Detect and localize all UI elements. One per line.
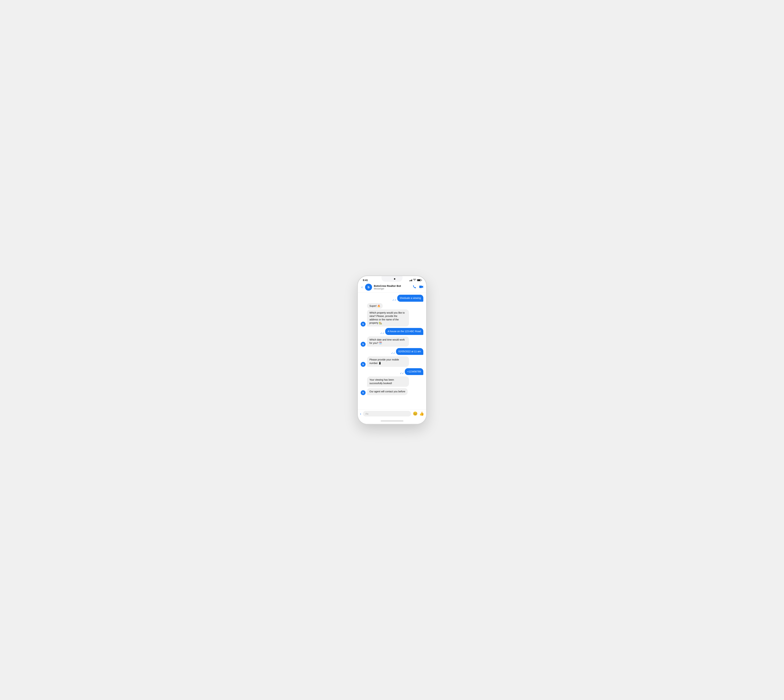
user-bubble: A house on the 123 ABC Road — [385, 328, 423, 335]
msg-with-check: ✓✓ A house on the 123 ABC Road — [380, 328, 423, 335]
input-placeholder: Aa — [365, 412, 369, 415]
back-button[interactable]: ‹ — [361, 285, 363, 290]
header-actions — [412, 285, 423, 290]
signal-bar-1 — [409, 280, 410, 281]
emoji-button[interactable]: 😊 — [413, 412, 417, 416]
status-bar: 9:41 — [358, 276, 426, 282]
msg-with-check: ✓✓ 02/05/2022 at 11 am — [391, 348, 423, 355]
bot-subtitle: Messenger — [374, 288, 411, 290]
phone-frame: 9:41 — [358, 276, 426, 424]
home-indicator — [358, 418, 426, 424]
signal-bar-2 — [410, 280, 410, 281]
battery-icon — [417, 279, 421, 281]
user-bubble: 02/05/2022 at 11 am — [396, 348, 423, 355]
message-row: b Please provide your mobile number 📱 — [361, 356, 423, 367]
bot-message-avatar: b — [361, 342, 365, 347]
signal-bar-4 — [412, 280, 412, 281]
video-button[interactable] — [419, 285, 423, 289]
bot-bubble: Please provide your mobile number 📱 — [367, 356, 409, 367]
like-button[interactable]: 👍 — [419, 412, 424, 416]
user-bubble: +123456789 — [405, 368, 423, 375]
check-icon: ✓✓ — [392, 298, 397, 302]
home-pill — [380, 420, 404, 422]
bot-bubble: Our agent will contact you before — [367, 388, 408, 395]
notch-pill — [394, 278, 395, 280]
signal-bar-3 — [411, 280, 411, 281]
bot-bubble: Your viewing has been successfully booke… — [367, 377, 409, 387]
bot-message-avatar: b — [361, 322, 365, 327]
bot-name: BotsCrew Realtor Bot — [374, 284, 411, 288]
text-input-wrap[interactable]: Aa — [363, 411, 411, 417]
battery-fill — [417, 280, 420, 281]
phone-screen: 9:41 — [358, 276, 426, 424]
status-icons — [409, 279, 421, 282]
status-time: 9:41 — [363, 278, 368, 282]
check-icon: ✓✓ — [391, 352, 395, 355]
bot-bubble-small: Super! 🔥 — [367, 303, 383, 309]
msg-with-check: ✓✓ Sheduale a viewing — [392, 295, 423, 302]
wifi-icon — [413, 279, 416, 282]
expand-button[interactable]: › — [360, 412, 361, 416]
user-bubble: Sheduale a viewing — [397, 295, 423, 302]
chat-header: ‹ b BotsCrew Realtor Bot Messenger — [358, 282, 426, 293]
bot-bubble-group: Super! 🔥 Which property would you like t… — [367, 303, 409, 327]
msg-with-check: ✓✓ +123456789 — [400, 368, 423, 375]
message-row: b Our agent will contact you before — [361, 388, 423, 395]
bot-avatar: b — [365, 284, 372, 291]
message-row: b Your viewing has been successfully boo… — [361, 377, 423, 387]
svg-rect-0 — [419, 286, 422, 288]
header-info: BotsCrew Realtor Bot Messenger — [374, 284, 411, 290]
notch — [382, 276, 402, 282]
check-icon: ✓✓ — [380, 332, 384, 335]
message-row: ✓✓ A house on the 123 ABC Road — [361, 328, 423, 335]
message-row: b Super! 🔥 Which property would you like… — [361, 303, 423, 327]
bot-message-avatar: b — [361, 362, 365, 367]
bot-bubble: Which date and time would work for you? … — [367, 337, 409, 347]
input-bar: › Aa 😊 👍 — [358, 409, 426, 418]
message-row: b Which date and time would work for you… — [361, 337, 423, 347]
check-icon: ✓✓ — [400, 372, 404, 375]
messages-area: ✓✓ Sheduale a viewing b Super! 🔥 Which p… — [358, 293, 426, 409]
message-row: ✓✓ 02/05/2022 at 11 am — [361, 348, 423, 355]
signal-bars — [409, 279, 412, 281]
message-row: ✓✓ +123456789 — [361, 368, 423, 375]
message-row: ✓✓ Sheduale a viewing — [361, 295, 423, 302]
call-button[interactable] — [412, 285, 416, 290]
bot-bubble: Which property would you like to view? P… — [367, 309, 409, 327]
bot-message-avatar: b — [361, 390, 365, 395]
